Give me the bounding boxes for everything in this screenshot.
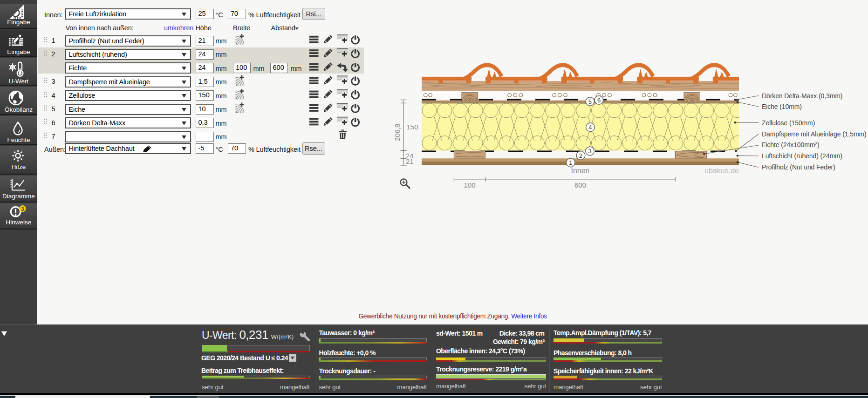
svg-text:206,8: 206,8 xyxy=(393,124,401,142)
svg-text:Fichte (24x100mm²): Fichte (24x100mm²) xyxy=(762,141,819,148)
svg-text:6: 6 xyxy=(597,97,601,104)
svg-text:Luftschicht (ruhend) (24mm): Luftschicht (ruhend) (24mm) xyxy=(762,152,842,160)
svg-text:600: 600 xyxy=(574,181,586,189)
svg-text:100: 100 xyxy=(464,181,475,189)
svg-text:Zellulose (150mm): Zellulose (150mm) xyxy=(762,119,815,127)
svg-text:2: 2 xyxy=(579,152,582,159)
svg-text:Profilholz (Nut und Feder): Profilholz (Nut und Feder) xyxy=(762,163,835,171)
svg-text:3: 3 xyxy=(21,206,24,212)
svg-text:150: 150 xyxy=(407,123,418,131)
svg-text:ubakus.de: ubakus.de xyxy=(704,167,739,175)
svg-text:1: 1 xyxy=(569,159,572,166)
svg-text:Innen: Innen xyxy=(571,167,589,175)
svg-text:3: 3 xyxy=(588,148,591,155)
svg-text:Dörken Delta-Maxx (0,3mm): Dörken Delta-Maxx (0,3mm) xyxy=(762,92,842,100)
svg-text:5: 5 xyxy=(588,98,592,105)
svg-text:Eiche (10mm): Eiche (10mm) xyxy=(762,103,802,110)
svg-text:21: 21 xyxy=(406,157,414,165)
svg-text:4: 4 xyxy=(588,124,592,131)
svg-text:Dampfsperre mit Alueinlage (1,: Dampfsperre mit Alueinlage (1,5mm) xyxy=(762,130,867,138)
